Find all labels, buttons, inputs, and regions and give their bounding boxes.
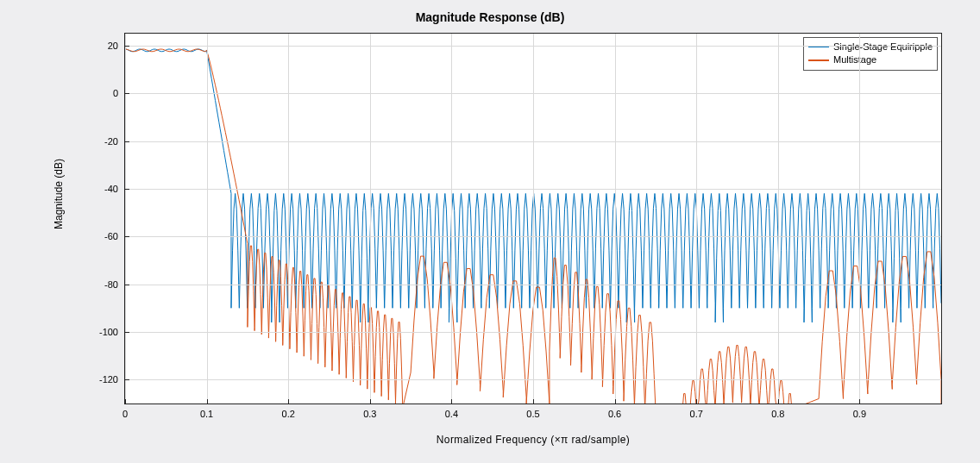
y-tick bbox=[125, 93, 129, 94]
legend-item-equiripple: Single-Stage Equiripple bbox=[808, 41, 933, 53]
chart-title: Magnitude Response (dB) bbox=[21, 10, 959, 24]
legend-label: Multistage bbox=[833, 53, 876, 66]
x-tick bbox=[207, 399, 208, 404]
x-tick-label: 0.6 bbox=[608, 409, 621, 419]
y-grid-line bbox=[125, 236, 941, 237]
x-grid-line bbox=[288, 34, 289, 404]
x-grid-line bbox=[125, 34, 126, 404]
x-tick bbox=[288, 399, 289, 404]
x-tick bbox=[696, 399, 697, 404]
x-tick-label: 0.3 bbox=[363, 409, 376, 419]
y-grid-line bbox=[125, 141, 941, 142]
y-axis-label: Magnitude (dB) bbox=[53, 158, 65, 228]
plot-axes[interactable]: Single-Stage Equiripple Multistage 00.10… bbox=[124, 33, 942, 404]
y-tick bbox=[125, 141, 129, 142]
y-tick-label: -60 bbox=[104, 231, 118, 241]
y-tick-label: 0 bbox=[113, 88, 118, 98]
y-tick bbox=[125, 236, 129, 237]
y-tick bbox=[125, 285, 129, 285]
x-tick-label: 0.2 bbox=[282, 409, 295, 419]
x-grid-line bbox=[370, 34, 371, 404]
figure-container: Magnitude Response (dB) Magnitude (dB) N… bbox=[21, 9, 959, 449]
x-tick bbox=[125, 399, 126, 404]
legend-swatch-icon bbox=[808, 47, 829, 47]
y-tick bbox=[125, 46, 129, 47]
legend-item-multistage: Multistage bbox=[808, 53, 933, 66]
y-tick-label: -40 bbox=[104, 184, 118, 194]
chart-legend[interactable]: Single-Stage Equiripple Multistage bbox=[803, 37, 938, 71]
x-grid-line bbox=[451, 34, 452, 404]
y-tick-label: 20 bbox=[108, 41, 118, 51]
x-tick-label: 0.5 bbox=[526, 409, 539, 419]
x-axis-label: Normalized Frequency (×π rad/sample) bbox=[124, 434, 942, 446]
legend-swatch-icon bbox=[808, 59, 829, 60]
x-tick-label: 0.1 bbox=[200, 409, 213, 419]
x-tick-label: 0.4 bbox=[445, 409, 458, 419]
y-grid-line bbox=[125, 285, 941, 285]
y-grid-line bbox=[125, 379, 941, 380]
y-tick-label: -80 bbox=[104, 279, 118, 290]
x-tick bbox=[533, 399, 534, 404]
y-tick-label: -120 bbox=[99, 374, 118, 385]
y-grid-line bbox=[125, 46, 941, 47]
y-tick-label: -20 bbox=[104, 136, 118, 147]
y-tick bbox=[125, 189, 129, 190]
y-tick bbox=[125, 332, 129, 333]
x-tick-label: 0.8 bbox=[771, 409, 784, 419]
x-grid-line bbox=[615, 34, 616, 404]
legend-label: Single-Stage Equiripple bbox=[833, 41, 933, 53]
x-grid-line bbox=[778, 34, 779, 404]
y-grid-line bbox=[125, 189, 941, 190]
x-tick bbox=[778, 399, 779, 404]
y-grid-line bbox=[125, 93, 941, 94]
x-grid-line bbox=[696, 34, 697, 404]
y-tick bbox=[125, 379, 129, 380]
x-tick bbox=[451, 399, 452, 404]
y-tick-label: -100 bbox=[99, 327, 118, 337]
x-tick-label: 0.7 bbox=[690, 409, 703, 419]
x-grid-line bbox=[859, 34, 860, 404]
x-tick-label: 0 bbox=[122, 409, 128, 419]
y-grid-line bbox=[125, 332, 941, 333]
x-tick bbox=[859, 399, 860, 404]
x-grid-line bbox=[207, 34, 208, 404]
x-tick bbox=[615, 399, 616, 404]
x-grid-line bbox=[533, 34, 534, 404]
x-tick-label: 0.9 bbox=[853, 409, 866, 419]
x-tick bbox=[370, 399, 371, 404]
